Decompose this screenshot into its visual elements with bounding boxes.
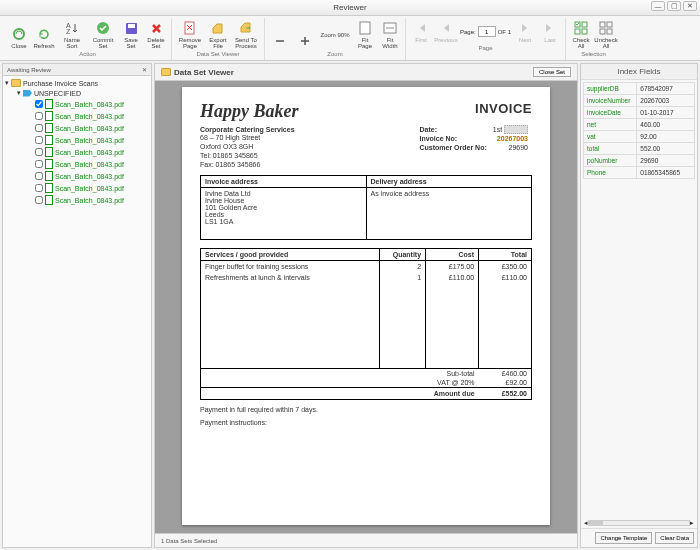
index-row[interactable]: net460.00 [584, 119, 695, 131]
file-checkbox[interactable] [35, 136, 43, 144]
tree-file-item[interactable]: Scan_Batch_0843.pdf [5, 98, 149, 110]
invoice-document: Happy Baker Corporate Catering Services … [182, 87, 550, 525]
prev-page-button[interactable]: Previous [435, 19, 457, 44]
fit-page-button[interactable]: Fit Page [354, 19, 376, 50]
change-template-button[interactable]: Change Template [595, 532, 652, 544]
send-icon [238, 20, 254, 36]
zoom-in-button[interactable] [294, 32, 316, 50]
tree-file-item[interactable]: Scan_Batch_0843.pdf [5, 134, 149, 146]
minimize-button[interactable]: — [651, 1, 665, 11]
file-checkbox[interactable] [35, 196, 43, 204]
refresh-icon [36, 26, 52, 42]
document-viewport[interactable]: Happy Baker Corporate Catering Services … [154, 80, 578, 534]
uncheck-all-button[interactable]: Uncheck All [595, 19, 617, 50]
index-row[interactable]: poNumber29690 [584, 155, 695, 167]
index-value[interactable]: 29690 [637, 155, 695, 167]
delete-set-button[interactable]: Delete Set [145, 19, 167, 50]
index-value[interactable]: 92.00 [637, 131, 695, 143]
left-panel-tab[interactable]: Awaiting Review✕ [3, 64, 151, 76]
index-value[interactable]: 01-10-2017 [637, 107, 695, 119]
first-page-button[interactable]: First [410, 19, 432, 44]
line-item-row: Refreshments at lunch & intervals1£110.0… [201, 272, 532, 283]
fax-line: Fax: 01865 345866 [200, 160, 299, 169]
folder-icon [11, 79, 21, 87]
send-to-process-button[interactable]: Send To Process [232, 19, 260, 50]
close-button[interactable]: Close [8, 25, 30, 50]
tree-file-item[interactable]: Scan_Batch_0843.pdf [5, 194, 149, 206]
refresh-button[interactable]: Refresh [33, 25, 55, 50]
file-checkbox[interactable] [35, 172, 43, 180]
subtotal-label: Sub-total [426, 368, 479, 378]
group-selection-title: Selection [581, 50, 606, 59]
maximize-button[interactable]: ▢ [667, 1, 681, 11]
h-scrollbar[interactable]: ◂▸ [581, 518, 697, 528]
file-icon [45, 135, 53, 145]
index-value[interactable]: 552.00 [637, 143, 695, 155]
index-row[interactable]: invoiceNumber20267003 [584, 95, 695, 107]
export-file-button[interactable]: Export File [207, 19, 229, 50]
group-zoom-title: Zoom [327, 50, 342, 59]
file-checkbox[interactable] [35, 124, 43, 132]
tree-file-item[interactable]: Scan_Batch_0843.pdf [5, 158, 149, 170]
next-page-button[interactable]: Next [514, 19, 536, 44]
fit-page-icon [357, 20, 373, 36]
tree-file-item[interactable]: Scan_Batch_0843.pdf [5, 146, 149, 158]
close-icon[interactable]: ✕ [142, 66, 147, 73]
file-checkbox[interactable] [35, 160, 43, 168]
file-icon [45, 171, 53, 181]
tel-line: Tel: 01865 345865 [200, 151, 299, 160]
name-sort-button[interactable]: AZName Sort [58, 19, 86, 50]
file-checkbox[interactable] [35, 112, 43, 120]
index-value[interactable]: 460.00 [637, 119, 695, 131]
file-icon [45, 123, 53, 133]
file-icon [45, 147, 53, 157]
payment-terms: Payment in full required within 7 days. [200, 406, 532, 413]
tree-file-item[interactable]: Scan_Batch_0843.pdf [5, 170, 149, 182]
file-checkbox[interactable] [35, 148, 43, 156]
scroll-right-icon[interactable]: ▸ [690, 519, 694, 527]
invoice-title: INVOICE [415, 101, 532, 116]
tree-root[interactable]: ▾Purchase Invoice Scans [5, 78, 149, 88]
svg-rect-7 [360, 22, 370, 34]
close-window-button[interactable]: ✕ [683, 1, 697, 11]
index-title: Index Fields [581, 64, 697, 80]
index-row[interactable]: supplierDB678542097 [584, 83, 695, 95]
remove-page-button[interactable]: Remove Page [176, 19, 204, 50]
last-page-button[interactable]: Last [539, 19, 561, 44]
minus-icon [272, 33, 288, 49]
col-total: Total [479, 249, 532, 261]
index-value[interactable]: 20267003 [637, 95, 695, 107]
file-icon [45, 183, 53, 193]
file-tree[interactable]: ▾Purchase Invoice Scans▾UNSPECIFIEDScan_… [3, 76, 151, 547]
tree-group[interactable]: ▾UNSPECIFIED [5, 88, 149, 98]
vat-label: VAT @ 20% [426, 378, 479, 388]
tree-file-item[interactable]: Scan_Batch_0843.pdf [5, 122, 149, 134]
save-set-button[interactable]: Save Set [120, 19, 142, 50]
index-value[interactable]: 678542097 [637, 83, 695, 95]
check-all-button[interactable]: Check All [570, 19, 592, 50]
svg-rect-10 [582, 22, 587, 27]
index-fields-table: supplierDB678542097invoiceNumber20267003… [583, 82, 695, 179]
remove-page-icon [182, 20, 198, 36]
clear-data-button[interactable]: Clear Data [655, 532, 694, 544]
index-row[interactable]: Phone01865345865 [584, 167, 695, 179]
fit-width-button[interactable]: Fit Width [379, 19, 401, 50]
group-page-title: Page [479, 44, 493, 53]
close-set-button[interactable]: Close Set [533, 67, 571, 77]
svg-rect-15 [600, 29, 605, 34]
tree-file-item[interactable]: Scan_Batch_0843.pdf [5, 182, 149, 194]
addr-line1: 68 – 70 High Street [200, 133, 299, 142]
index-row[interactable]: invoiceDate01-10-2017 [584, 107, 695, 119]
file-checkbox[interactable] [35, 184, 43, 192]
page-input[interactable] [478, 26, 496, 37]
index-row[interactable]: vat92.00 [584, 131, 695, 143]
file-checkbox[interactable] [35, 100, 43, 108]
tree-file-item[interactable]: Scan_Batch_0843.pdf [5, 110, 149, 122]
commit-set-button[interactable]: Commit Set [89, 19, 117, 50]
index-value[interactable]: 01865345865 [637, 167, 695, 179]
amount-due-label: Amount due [426, 387, 479, 399]
index-row[interactable]: total552.00 [584, 143, 695, 155]
index-key: net [584, 119, 637, 131]
zoom-out-button[interactable] [269, 32, 291, 50]
fit-width-icon [382, 20, 398, 36]
